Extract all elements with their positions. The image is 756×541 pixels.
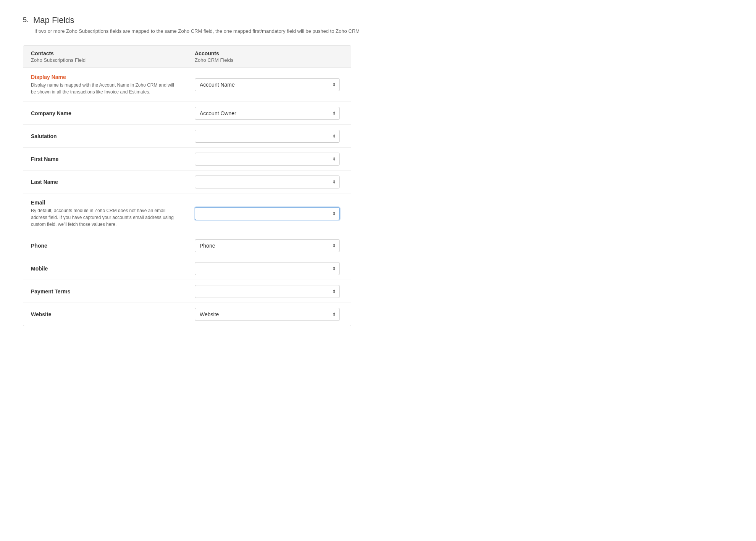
field-label-cell: Display NameDisplay name is mapped with … bbox=[23, 68, 187, 101]
table-row: Company NameAccount NameAccount OwnerPho… bbox=[23, 102, 351, 125]
table-row: First NameAccount NameAccount OwnerPhone… bbox=[23, 148, 351, 171]
table-row: WebsiteAccount NameAccount OwnerPhoneMob… bbox=[23, 303, 351, 326]
field-select-cell: Account NameAccount OwnerPhoneMobileWebs… bbox=[187, 303, 351, 325]
field-label-cell: Last Name bbox=[23, 173, 187, 191]
left-module-name: Contacts bbox=[31, 50, 179, 56]
table-row: MobileAccount NameAccount OwnerPhoneMobi… bbox=[23, 257, 351, 280]
field-label: Last Name bbox=[31, 179, 58, 185]
field-label-cell: Phone bbox=[23, 237, 187, 255]
table-row: Last NameAccount NameAccount OwnerPhoneM… bbox=[23, 171, 351, 193]
crm-field-select[interactable]: Account NameAccount OwnerPhoneMobileWebs… bbox=[195, 207, 340, 220]
table-header: Contacts Zoho Subscriptions Field Accoun… bbox=[23, 46, 351, 68]
crm-field-select[interactable]: Account NameAccount OwnerPhoneMobileWebs… bbox=[195, 176, 340, 188]
field-select-cell: Account NameAccount OwnerPhoneMobileWebs… bbox=[187, 235, 351, 257]
field-select-cell: Account NameAccount OwnerPhoneMobileWebs… bbox=[187, 258, 351, 280]
crm-field-select[interactable]: Account NameAccount OwnerPhoneMobileWebs… bbox=[195, 308, 340, 321]
right-header-cell: Accounts Zoho CRM Fields bbox=[187, 46, 351, 68]
crm-field-select[interactable]: Account NameAccount OwnerPhoneMobileWebs… bbox=[195, 107, 340, 120]
field-label: Email bbox=[31, 200, 45, 206]
select-wrapper: Account NameAccount OwnerPhoneMobileWebs… bbox=[195, 153, 340, 166]
field-label: First Name bbox=[31, 156, 58, 162]
table-row: PhoneAccount NameAccount OwnerPhoneMobil… bbox=[23, 234, 351, 257]
select-wrapper: Account NameAccount OwnerPhoneMobileWebs… bbox=[195, 78, 340, 91]
field-select-cell: Account NameAccount OwnerPhoneMobileWebs… bbox=[187, 125, 351, 147]
field-description: Display name is mapped with the Account … bbox=[31, 82, 179, 95]
table-row: Payment TermsAccount NameAccount OwnerPh… bbox=[23, 280, 351, 303]
crm-field-select[interactable]: Account NameAccount OwnerPhoneMobileWebs… bbox=[195, 130, 340, 143]
select-wrapper: Account NameAccount OwnerPhoneMobileWebs… bbox=[195, 285, 340, 298]
select-wrapper: Account NameAccount OwnerPhoneMobileWebs… bbox=[195, 308, 340, 321]
crm-field-select[interactable]: Account NameAccount OwnerPhoneMobileWebs… bbox=[195, 285, 340, 298]
left-field-type: Zoho Subscriptions Field bbox=[31, 57, 179, 63]
field-select-cell: Account NameAccount OwnerPhoneMobileWebs… bbox=[187, 148, 351, 170]
field-select-cell: Account NameAccount OwnerPhoneMobileWebs… bbox=[187, 102, 351, 124]
select-wrapper: Account NameAccount OwnerPhoneMobileWebs… bbox=[195, 176, 340, 188]
select-wrapper: Account NameAccount OwnerPhoneMobileWebs… bbox=[195, 107, 340, 120]
select-wrapper: Account NameAccount OwnerPhoneMobileWebs… bbox=[195, 130, 340, 143]
field-label-cell: Salutation bbox=[23, 127, 187, 145]
field-select-cell: Account NameAccount OwnerPhoneMobileWebs… bbox=[187, 203, 351, 225]
field-label: Phone bbox=[31, 243, 47, 249]
field-label-cell: Payment Terms bbox=[23, 282, 187, 301]
rows-container: Display NameDisplay name is mapped with … bbox=[23, 68, 351, 326]
table-row: Display NameDisplay name is mapped with … bbox=[23, 68, 351, 102]
field-label: Display Name bbox=[31, 74, 66, 80]
field-label-cell: Mobile bbox=[23, 259, 187, 278]
field-description: By default, accounts module in Zoho CRM … bbox=[31, 207, 179, 228]
table-row: EmailBy default, accounts module in Zoho… bbox=[23, 193, 351, 234]
field-label: Website bbox=[31, 311, 51, 317]
right-module-name: Accounts bbox=[195, 50, 343, 56]
left-header-cell: Contacts Zoho Subscriptions Field bbox=[23, 46, 187, 68]
step-number: 5. bbox=[23, 16, 29, 24]
field-label: Payment Terms bbox=[31, 288, 70, 295]
field-label-cell: First Name bbox=[23, 150, 187, 168]
page-header: 5. Map Fields bbox=[23, 15, 733, 25]
mapping-table: Contacts Zoho Subscriptions Field Accoun… bbox=[23, 45, 351, 326]
table-row: SalutationAccount NameAccount OwnerPhone… bbox=[23, 125, 351, 148]
page-subtitle: If two or more Zoho Subscriptions fields… bbox=[34, 28, 733, 34]
crm-field-select[interactable]: Account NameAccount OwnerPhoneMobileWebs… bbox=[195, 153, 340, 166]
field-label: Salutation bbox=[31, 133, 57, 139]
crm-field-select[interactable]: Account NameAccount OwnerPhoneMobileWebs… bbox=[195, 239, 340, 252]
field-label: Mobile bbox=[31, 266, 48, 272]
field-select-cell: Account NameAccount OwnerPhoneMobileWebs… bbox=[187, 74, 351, 96]
field-select-cell: Account NameAccount OwnerPhoneMobileWebs… bbox=[187, 280, 351, 303]
crm-field-select[interactable]: Account NameAccount OwnerPhoneMobileWebs… bbox=[195, 78, 340, 91]
page-title: Map Fields bbox=[33, 15, 74, 25]
field-label-cell: Website bbox=[23, 305, 187, 324]
select-wrapper: Account NameAccount OwnerPhoneMobileWebs… bbox=[195, 207, 340, 220]
crm-field-select[interactable]: Account NameAccount OwnerPhoneMobileWebs… bbox=[195, 262, 340, 275]
field-label-cell: Company Name bbox=[23, 104, 187, 122]
select-wrapper: Account NameAccount OwnerPhoneMobileWebs… bbox=[195, 239, 340, 252]
right-field-type: Zoho CRM Fields bbox=[195, 57, 343, 63]
field-label-cell: EmailBy default, accounts module in Zoho… bbox=[23, 193, 187, 234]
select-wrapper: Account NameAccount OwnerPhoneMobileWebs… bbox=[195, 262, 340, 275]
field-select-cell: Account NameAccount OwnerPhoneMobileWebs… bbox=[187, 171, 351, 193]
field-label: Company Name bbox=[31, 110, 71, 116]
